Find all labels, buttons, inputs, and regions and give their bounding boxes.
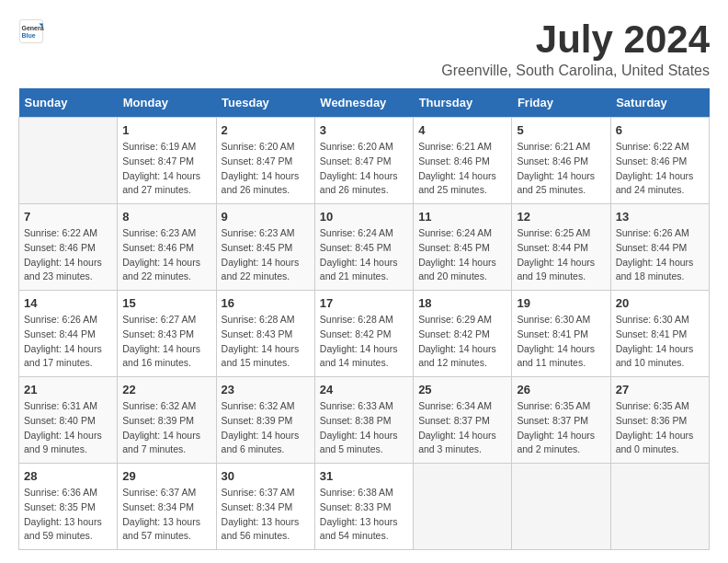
calendar-cell: 5Sunrise: 6:21 AM Sunset: 8:46 PM Daylig… — [512, 118, 610, 204]
calendar-cell: 31Sunrise: 6:38 AM Sunset: 8:33 PM Dayli… — [314, 464, 413, 550]
day-number: 17 — [320, 296, 408, 310]
calendar-cell — [414, 464, 512, 550]
day-info: Sunrise: 6:32 AM Sunset: 8:39 PM Dayligh… — [222, 399, 310, 457]
svg-text:Blue: Blue — [22, 32, 36, 39]
calendar-cell: 2Sunrise: 6:20 AM Sunset: 8:47 PM Daylig… — [216, 118, 314, 204]
day-number: 16 — [222, 296, 310, 310]
day-number: 7 — [24, 210, 112, 224]
day-info: Sunrise: 6:37 AM Sunset: 8:34 PM Dayligh… — [122, 486, 210, 544]
day-number: 31 — [320, 469, 408, 483]
calendar-cell: 27Sunrise: 6:35 AM Sunset: 8:36 PM Dayli… — [610, 377, 709, 464]
day-number: 30 — [222, 469, 310, 483]
day-number: 15 — [122, 296, 210, 310]
day-info: Sunrise: 6:28 AM Sunset: 8:43 PM Dayligh… — [222, 313, 310, 371]
calendar-title: July 2024 — [441, 18, 710, 61]
week-row-1: 1Sunrise: 6:19 AM Sunset: 8:47 PM Daylig… — [19, 118, 710, 204]
day-info: Sunrise: 6:21 AM Sunset: 8:46 PM Dayligh… — [517, 140, 605, 198]
calendar-cell: 29Sunrise: 6:37 AM Sunset: 8:34 PM Dayli… — [118, 464, 216, 550]
day-number: 18 — [418, 296, 506, 310]
day-info: Sunrise: 6:28 AM Sunset: 8:42 PM Dayligh… — [320, 313, 408, 371]
day-number: 14 — [24, 296, 112, 310]
header-friday: Friday — [512, 88, 610, 118]
day-number: 1 — [122, 123, 210, 137]
day-number: 22 — [122, 383, 210, 396]
day-number: 26 — [517, 383, 605, 396]
day-number: 27 — [616, 383, 704, 396]
page-header: General Blue July 2024 Greenville, South… — [18, 18, 710, 79]
day-number: 29 — [122, 469, 210, 483]
week-row-3: 14Sunrise: 6:26 AM Sunset: 8:44 PM Dayli… — [19, 291, 710, 377]
day-info: Sunrise: 6:22 AM Sunset: 8:46 PM Dayligh… — [616, 140, 704, 198]
day-info: Sunrise: 6:20 AM Sunset: 8:47 PM Dayligh… — [320, 140, 408, 198]
calendar-cell: 14Sunrise: 6:26 AM Sunset: 8:44 PM Dayli… — [19, 291, 118, 377]
calendar-cell — [512, 464, 610, 550]
logo-icon: General Blue — [18, 18, 44, 44]
calendar-cell: 3Sunrise: 6:20 AM Sunset: 8:47 PM Daylig… — [314, 118, 413, 204]
day-number: 5 — [517, 123, 605, 137]
day-info: Sunrise: 6:25 AM Sunset: 8:44 PM Dayligh… — [517, 226, 605, 284]
header-sunday: Sunday — [19, 88, 118, 118]
logo: General Blue — [18, 18, 44, 44]
day-number: 4 — [418, 123, 506, 137]
calendar-cell: 25Sunrise: 6:34 AM Sunset: 8:37 PM Dayli… — [414, 377, 512, 464]
calendar-cell: 19Sunrise: 6:30 AM Sunset: 8:41 PM Dayli… — [512, 291, 610, 377]
calendar-cell — [610, 464, 709, 550]
calendar-cell: 9Sunrise: 6:23 AM Sunset: 8:45 PM Daylig… — [216, 204, 314, 291]
day-info: Sunrise: 6:30 AM Sunset: 8:41 PM Dayligh… — [517, 313, 605, 371]
day-info: Sunrise: 6:33 AM Sunset: 8:38 PM Dayligh… — [320, 399, 408, 457]
header-row: SundayMondayTuesdayWednesdayThursdayFrid… — [19, 88, 710, 118]
calendar-cell: 26Sunrise: 6:35 AM Sunset: 8:37 PM Dayli… — [512, 377, 610, 464]
calendar-header: SundayMondayTuesdayWednesdayThursdayFrid… — [19, 88, 710, 118]
calendar-cell: 20Sunrise: 6:30 AM Sunset: 8:41 PM Dayli… — [610, 291, 709, 377]
calendar-cell: 21Sunrise: 6:31 AM Sunset: 8:40 PM Dayli… — [19, 377, 118, 464]
day-number: 8 — [122, 210, 210, 224]
week-row-5: 28Sunrise: 6:36 AM Sunset: 8:35 PM Dayli… — [19, 464, 710, 550]
day-info: Sunrise: 6:35 AM Sunset: 8:36 PM Dayligh… — [616, 399, 704, 457]
day-number: 9 — [222, 210, 310, 224]
calendar-cell: 28Sunrise: 6:36 AM Sunset: 8:35 PM Dayli… — [19, 464, 118, 550]
day-number: 25 — [418, 383, 506, 396]
header-tuesday: Tuesday — [216, 88, 314, 118]
day-number: 20 — [616, 296, 704, 310]
calendar-cell: 10Sunrise: 6:24 AM Sunset: 8:45 PM Dayli… — [314, 204, 413, 291]
day-number: 6 — [616, 123, 704, 137]
day-info: Sunrise: 6:23 AM Sunset: 8:45 PM Dayligh… — [222, 226, 310, 284]
header-monday: Monday — [118, 88, 216, 118]
calendar-cell: 8Sunrise: 6:23 AM Sunset: 8:46 PM Daylig… — [118, 204, 216, 291]
day-number: 21 — [24, 383, 112, 396]
header-saturday: Saturday — [610, 88, 709, 118]
day-number: 24 — [320, 383, 408, 396]
day-info: Sunrise: 6:26 AM Sunset: 8:44 PM Dayligh… — [616, 226, 704, 284]
calendar-cell: 15Sunrise: 6:27 AM Sunset: 8:43 PM Dayli… — [118, 291, 216, 377]
day-info: Sunrise: 6:21 AM Sunset: 8:46 PM Dayligh… — [418, 140, 506, 198]
svg-rect-0 — [19, 19, 42, 42]
day-info: Sunrise: 6:35 AM Sunset: 8:37 PM Dayligh… — [517, 399, 605, 457]
day-number: 11 — [418, 210, 506, 224]
day-info: Sunrise: 6:24 AM Sunset: 8:45 PM Dayligh… — [418, 226, 506, 284]
day-number: 19 — [517, 296, 605, 310]
calendar-subtitle: Greenville, South Carolina, United State… — [441, 63, 710, 79]
calendar-cell: 18Sunrise: 6:29 AM Sunset: 8:42 PM Dayli… — [414, 291, 512, 377]
day-info: Sunrise: 6:31 AM Sunset: 8:40 PM Dayligh… — [24, 399, 112, 457]
day-info: Sunrise: 6:37 AM Sunset: 8:34 PM Dayligh… — [222, 486, 310, 544]
day-number: 23 — [222, 383, 310, 396]
calendar-cell: 24Sunrise: 6:33 AM Sunset: 8:38 PM Dayli… — [314, 377, 413, 464]
calendar-body: 1Sunrise: 6:19 AM Sunset: 8:47 PM Daylig… — [19, 118, 710, 550]
calendar-cell: 16Sunrise: 6:28 AM Sunset: 8:43 PM Dayli… — [216, 291, 314, 377]
day-number: 10 — [320, 210, 408, 224]
day-number: 13 — [616, 210, 704, 224]
calendar-cell: 17Sunrise: 6:28 AM Sunset: 8:42 PM Dayli… — [314, 291, 413, 377]
week-row-4: 21Sunrise: 6:31 AM Sunset: 8:40 PM Dayli… — [19, 377, 710, 464]
day-info: Sunrise: 6:20 AM Sunset: 8:47 PM Dayligh… — [222, 140, 310, 198]
day-info: Sunrise: 6:30 AM Sunset: 8:41 PM Dayligh… — [616, 313, 704, 371]
day-info: Sunrise: 6:27 AM Sunset: 8:43 PM Dayligh… — [122, 313, 210, 371]
day-info: Sunrise: 6:26 AM Sunset: 8:44 PM Dayligh… — [24, 313, 112, 371]
calendar-cell — [19, 118, 118, 204]
day-number: 28 — [24, 469, 112, 483]
calendar-cell: 22Sunrise: 6:32 AM Sunset: 8:39 PM Dayli… — [118, 377, 216, 464]
title-area: July 2024 Greenville, South Carolina, Un… — [441, 18, 710, 79]
day-info: Sunrise: 6:29 AM Sunset: 8:42 PM Dayligh… — [418, 313, 506, 371]
calendar-cell: 12Sunrise: 6:25 AM Sunset: 8:44 PM Dayli… — [512, 204, 610, 291]
svg-text:General: General — [22, 25, 45, 31]
header-thursday: Thursday — [414, 88, 512, 118]
